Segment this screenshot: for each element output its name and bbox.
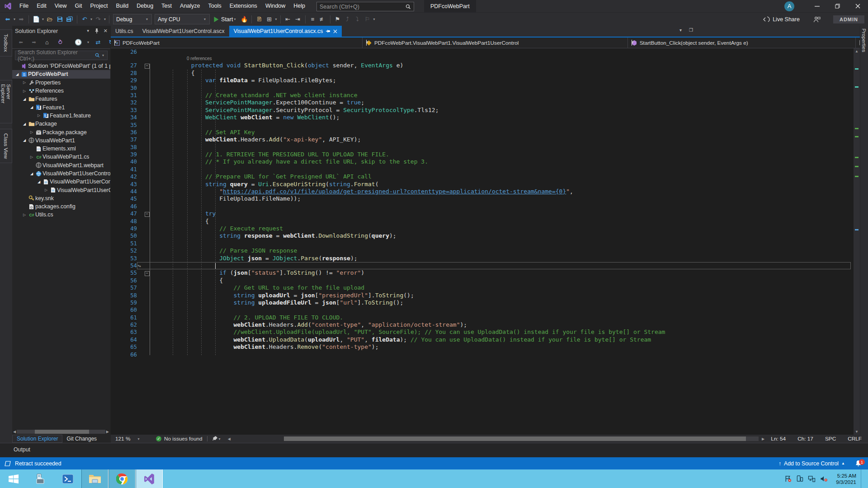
- scroll-right-icon[interactable]: ▶: [106, 430, 109, 434]
- menu-file[interactable]: File: [15, 0, 33, 12]
- tree-item[interactable]: packages.config: [12, 202, 110, 211]
- tab-utils.cs[interactable]: Utils.cs: [111, 26, 138, 37]
- window-layout-icon[interactable]: ⊞: [264, 14, 274, 25]
- navigate-back-icon[interactable]: ⬅: [3, 14, 13, 25]
- tool-tab-git-changes[interactable]: Git Changes: [62, 435, 101, 442]
- menu-git[interactable]: Git: [71, 0, 86, 12]
- codelens-references[interactable]: 0 references: [111, 56, 854, 62]
- se-forward-icon[interactable]: ➡: [29, 37, 39, 48]
- add-to-source-control[interactable]: Add to Source Control: [784, 460, 839, 467]
- menu-build[interactable]: Build: [112, 0, 132, 12]
- clear-bookmarks-icon[interactable]: ⚐: [363, 14, 373, 25]
- pin-icon[interactable]: [94, 28, 99, 33]
- tree-item[interactable]: ▷VisualWebPart1UserContro: [12, 186, 110, 194]
- editor-horizontal-scrollbar[interactable]: [284, 436, 759, 441]
- back-dropdown-icon[interactable]: ▾: [13, 17, 16, 21]
- tree-item[interactable]: ▷Properties: [12, 79, 110, 87]
- tree-item[interactable]: ▷SFeature1.feature: [12, 112, 110, 120]
- type-dropdown[interactable]: PDFcoWebPart.VisualWebPart1.VisualWebPar…: [363, 38, 628, 48]
- account-avatar[interactable]: A: [784, 1, 794, 11]
- menu-extensions[interactable]: Extensions: [226, 0, 261, 12]
- expanded-arrow-icon[interactable]: ◢: [21, 97, 28, 101]
- expanded-arrow-icon[interactable]: ◢: [28, 172, 35, 176]
- tree-item[interactable]: key.snk: [12, 194, 110, 202]
- search-options-icon[interactable]: ▾: [101, 53, 105, 57]
- feedback-icon[interactable]: [813, 16, 821, 23]
- member-dropdown[interactable]: StartButton_Click(object sender, EventAr…: [628, 38, 856, 48]
- network-icon[interactable]: [808, 475, 816, 482]
- collapsed-arrow-icon[interactable]: ▷: [28, 130, 35, 134]
- tree-item[interactable]: ▷C#Utils.cs: [12, 211, 110, 219]
- undo-icon[interactable]: ↶: [80, 14, 90, 25]
- tree-item[interactable]: ◢VisualWebPart1: [12, 136, 110, 145]
- taskbar-clock[interactable]: 5:25 AM 9/3/2021: [832, 473, 856, 485]
- navigate-forward-icon[interactable]: ➡: [16, 14, 26, 25]
- tree-item[interactable]: ◢SPDFcoWebPart: [12, 70, 110, 78]
- action-center-flag-icon[interactable]: [784, 475, 792, 482]
- menu-tools[interactable]: Tools: [204, 0, 226, 12]
- tree-item[interactable]: ◢Features: [12, 95, 110, 103]
- side-tab-toolbox[interactable]: Toolbox: [0, 29, 12, 56]
- editor-vertical-scrollbar[interactable]: ▲ ▼: [854, 48, 860, 435]
- live-share-label[interactable]: Live Share: [773, 16, 800, 23]
- prev-bookmark-icon[interactable]: ⤴: [343, 14, 353, 25]
- code-cleanup-dropdown-icon[interactable]: ▾: [218, 437, 222, 441]
- collapsed-arrow-icon[interactable]: ▷: [21, 89, 28, 93]
- properties-tab[interactable]: Properties: [861, 28, 867, 52]
- project-dropdown[interactable]: # PDFcoWebPart ▾: [111, 38, 363, 48]
- solution-explorer-hscrollbar[interactable]: ◀ ▶: [13, 429, 109, 434]
- float-window-icon[interactable]: ❐: [689, 28, 693, 33]
- tree-item[interactable]: Solution 'PDFcoWebPart' (1 of 1 project): [12, 62, 110, 70]
- expanded-arrow-icon[interactable]: ◢: [21, 122, 28, 126]
- decrease-indent-icon[interactable]: ≡: [308, 14, 318, 25]
- se-home-icon[interactable]: ⌂: [42, 37, 52, 48]
- show-desktop-button[interactable]: [861, 469, 864, 488]
- sync-with-active-document-icon[interactable]: ⥁: [55, 37, 65, 48]
- start-debug-button[interactable]: Start▾: [211, 16, 239, 23]
- scroll-left-icon[interactable]: ◀: [13, 430, 16, 434]
- tree-item[interactable]: ▷C#VisualWebPart1.cs: [12, 153, 110, 161]
- volume-muted-icon[interactable]: [820, 475, 828, 482]
- tab-list-dropdown-icon[interactable]: ▾: [679, 28, 682, 33]
- taskbar-chrome-button[interactable]: [108, 469, 136, 488]
- collapsed-arrow-icon[interactable]: ▷: [21, 213, 28, 217]
- pin-icon[interactable]: [326, 29, 330, 33]
- tab-visualwebpart1usercontrol.ascx[interactable]: VisualWebPart1UserControl.ascx: [138, 26, 229, 37]
- solution-explorer-search[interactable]: Search Solution Explorer (Ctrl+;) ▾: [15, 51, 108, 60]
- menu-window[interactable]: Window: [261, 0, 289, 12]
- line-indicator[interactable]: Ln: 54: [771, 436, 786, 442]
- taskbar-server-manager-button[interactable]: [27, 469, 54, 488]
- hscroll-left-icon[interactable]: ◀: [228, 437, 231, 441]
- navigate-backward-code-icon[interactable]: ⇤: [283, 14, 293, 25]
- browse-with-icon[interactable]: 🖹: [254, 14, 264, 25]
- new-project-icon[interactable]: 📄: [31, 14, 41, 25]
- expanded-arrow-icon[interactable]: ◢: [28, 105, 35, 109]
- scroll-up-icon[interactable]: ▲: [854, 49, 860, 53]
- tree-item[interactable]: VisualWebPart1.webpart: [12, 161, 110, 169]
- source-control-dropdown-icon[interactable]: ▲: [841, 461, 845, 465]
- fold-collapse-icon[interactable]: −: [145, 64, 150, 69]
- close-button[interactable]: [848, 0, 868, 12]
- restore-button[interactable]: [827, 0, 848, 12]
- tree-item[interactable]: ◢SFeature1: [12, 103, 110, 111]
- eol-indicator[interactable]: CRLF: [848, 436, 862, 442]
- panel-close-icon[interactable]: ✕: [104, 28, 108, 34]
- sync-icon[interactable]: ⇄: [93, 37, 103, 48]
- taskbar-file-explorer-button[interactable]: [81, 469, 108, 488]
- tree-item[interactable]: ▷References: [12, 87, 110, 95]
- issues-status[interactable]: No issues found: [164, 436, 203, 442]
- expanded-arrow-icon[interactable]: ◢: [14, 72, 20, 76]
- next-bookmark-icon[interactable]: ⤵: [353, 14, 363, 25]
- collapsed-arrow-icon[interactable]: ▷: [43, 188, 49, 192]
- menu-edit[interactable]: Edit: [33, 0, 51, 12]
- menu-help[interactable]: Help: [289, 0, 309, 12]
- panel-menu-icon[interactable]: ▼: [86, 29, 90, 33]
- hscroll-right-icon[interactable]: ▶: [762, 437, 764, 441]
- expanded-arrow-icon[interactable]: ◢: [36, 180, 42, 184]
- collapsed-arrow-icon[interactable]: ▷: [21, 80, 28, 84]
- hot-reload-icon[interactable]: 🔥: [239, 14, 249, 25]
- zoom-dropdown[interactable]: 121 % ▾: [111, 436, 156, 442]
- notifications-button[interactable]: 1: [855, 460, 862, 467]
- se-back-icon[interactable]: ⬅: [16, 37, 26, 48]
- tool-tab-solution-explorer[interactable]: Solution Explorer: [12, 435, 62, 443]
